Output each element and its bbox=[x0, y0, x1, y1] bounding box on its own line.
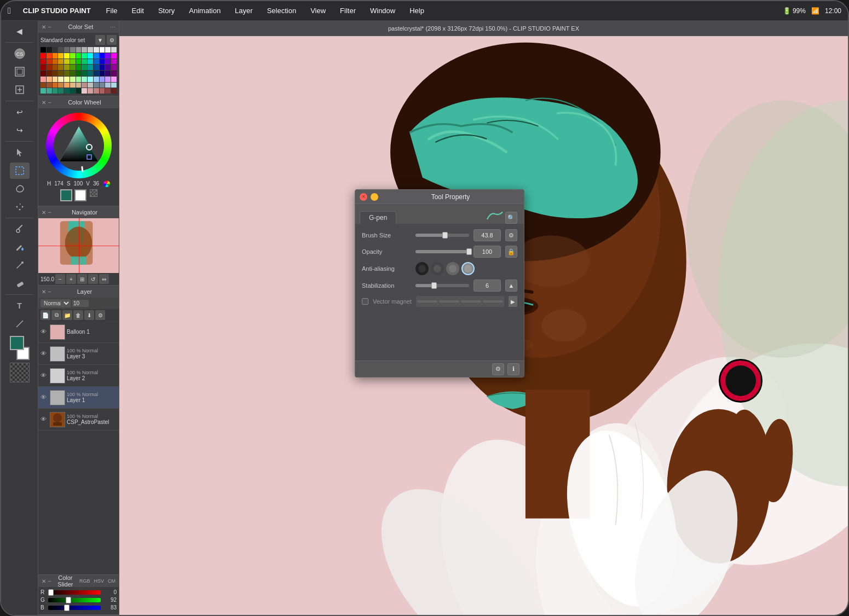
color-cell[interactable] bbox=[111, 65, 117, 70]
blue-slider-track[interactable] bbox=[48, 606, 101, 610]
color-cell[interactable] bbox=[53, 71, 58, 76]
color-cell[interactable] bbox=[41, 47, 46, 53]
color-cell[interactable] bbox=[76, 65, 82, 70]
color-cell[interactable] bbox=[111, 53, 117, 59]
rotate-button[interactable]: ↺ bbox=[88, 274, 98, 284]
color-cell[interactable] bbox=[94, 53, 99, 59]
fit-button[interactable]: ⊞ bbox=[77, 274, 87, 284]
color-cell[interactable] bbox=[105, 65, 111, 70]
color-cell[interactable] bbox=[53, 77, 58, 82]
color-cell[interactable] bbox=[105, 59, 111, 65]
layer-item-csp[interactable]: 👁 100 % Normal CSP_AstroPastel bbox=[38, 409, 119, 431]
color-cell[interactable] bbox=[64, 53, 70, 59]
color-cell[interactable] bbox=[47, 71, 52, 76]
fill-tool[interactable] bbox=[10, 239, 30, 255]
menu-edit[interactable]: Edit bbox=[130, 5, 146, 16]
color-cell[interactable] bbox=[70, 83, 76, 88]
color-cell[interactable] bbox=[94, 59, 99, 65]
navigator-thumbnail[interactable] bbox=[38, 218, 119, 273]
color-cell[interactable] bbox=[64, 88, 70, 94]
transparent-mini[interactable] bbox=[90, 189, 97, 197]
hue-circle-icon[interactable] bbox=[103, 181, 110, 187]
eraser-tool[interactable] bbox=[10, 275, 30, 292]
menu-file[interactable]: File bbox=[104, 5, 120, 16]
color-cell[interactable] bbox=[100, 83, 105, 88]
color-cell[interactable] bbox=[82, 53, 87, 59]
color-cell[interactable] bbox=[58, 65, 63, 70]
fg-swatch[interactable] bbox=[60, 189, 72, 201]
menu-view[interactable]: View bbox=[308, 5, 328, 16]
move-tool[interactable] bbox=[10, 199, 30, 215]
menu-window[interactable]: Window bbox=[368, 5, 397, 16]
aa-low[interactable] bbox=[431, 262, 444, 275]
color-cell[interactable] bbox=[70, 77, 76, 82]
zoom-in-button[interactable]: + bbox=[66, 274, 76, 284]
color-cell[interactable] bbox=[88, 65, 93, 70]
blue-slider-thumb[interactable] bbox=[64, 605, 70, 611]
color-cell[interactable] bbox=[76, 53, 82, 59]
layer-item-layer3[interactable]: 👁 100 % Normal Layer 3 bbox=[38, 343, 119, 365]
color-cell[interactable] bbox=[105, 47, 111, 53]
layer-folder-button[interactable]: 📁 bbox=[62, 310, 72, 320]
color-cell[interactable] bbox=[47, 47, 52, 53]
color-cell[interactable] bbox=[82, 77, 87, 82]
color-cell[interactable] bbox=[41, 53, 46, 59]
color-cell[interactable] bbox=[82, 88, 87, 94]
opacity-lock[interactable]: 🔒 bbox=[505, 246, 517, 258]
color-cell[interactable] bbox=[88, 88, 93, 94]
color-cell[interactable] bbox=[111, 59, 117, 65]
color-set-dropdown[interactable]: ▼ bbox=[95, 35, 105, 45]
color-cell[interactable] bbox=[82, 83, 87, 88]
pen-tool[interactable] bbox=[10, 257, 30, 274]
color-cell[interactable] bbox=[76, 77, 82, 82]
color-cell[interactable] bbox=[53, 53, 58, 59]
stabilization-up[interactable]: ▲ bbox=[505, 280, 517, 292]
tp-settings-button[interactable]: ⚙ bbox=[492, 363, 504, 375]
brush-size-thumb[interactable] bbox=[442, 232, 448, 239]
sv-triangle[interactable] bbox=[57, 124, 100, 167]
menu-selection[interactable]: Selection bbox=[265, 5, 298, 16]
color-cell[interactable] bbox=[47, 77, 52, 82]
layer-close[interactable]: ✕ bbox=[42, 289, 46, 295]
text-tool[interactable]: T bbox=[10, 298, 30, 314]
color-cell[interactable] bbox=[47, 83, 52, 88]
color-slider-close[interactable]: ✕ bbox=[42, 578, 46, 584]
color-cell[interactable] bbox=[105, 53, 111, 59]
color-cell[interactable] bbox=[41, 77, 46, 82]
color-cell[interactable] bbox=[53, 83, 58, 88]
tp-tab-gpen[interactable]: G-pen bbox=[360, 211, 396, 224]
color-cell[interactable] bbox=[94, 47, 99, 53]
color-cell[interactable] bbox=[76, 71, 82, 76]
color-cell[interactable] bbox=[58, 71, 63, 76]
new-document-button[interactable] bbox=[10, 82, 30, 98]
color-cell[interactable] bbox=[111, 88, 117, 94]
layer-visibility-balloon1[interactable]: 👁 bbox=[41, 328, 48, 336]
tp-search-button[interactable]: 🔍 bbox=[505, 212, 517, 224]
color-wheel-widget[interactable] bbox=[46, 113, 112, 178]
color-cell[interactable] bbox=[105, 71, 111, 76]
color-cell[interactable] bbox=[70, 71, 76, 76]
stabilization-value[interactable]: 6 bbox=[473, 280, 501, 292]
color-cell[interactable] bbox=[64, 83, 70, 88]
red-slider-track[interactable] bbox=[48, 590, 101, 595]
color-cell[interactable] bbox=[105, 88, 111, 94]
color-cell[interactable] bbox=[105, 83, 111, 88]
canvas-content[interactable]: ✕ Tool Property G-pen bbox=[119, 36, 848, 615]
color-cell[interactable] bbox=[94, 83, 99, 88]
color-cell[interactable] bbox=[76, 83, 82, 88]
aa-high[interactable] bbox=[461, 262, 475, 275]
aa-none[interactable] bbox=[415, 262, 429, 275]
menu-filter[interactable]: Filter bbox=[338, 5, 358, 16]
color-cell[interactable] bbox=[82, 47, 87, 53]
color-cell[interactable] bbox=[41, 88, 46, 94]
collapse-button[interactable]: ◀ bbox=[10, 23, 30, 39]
color-cell[interactable] bbox=[88, 83, 93, 88]
layer-settings-button[interactable]: ⚙ bbox=[95, 310, 105, 320]
foreground-color-swatch[interactable] bbox=[10, 336, 24, 350]
color-cell[interactable] bbox=[100, 77, 105, 82]
color-cell[interactable] bbox=[70, 47, 76, 53]
transparent-swatch[interactable] bbox=[10, 363, 30, 382]
color-cell[interactable] bbox=[58, 83, 63, 88]
color-cell[interactable] bbox=[58, 59, 63, 65]
flip-button[interactable]: ⇔ bbox=[99, 274, 109, 284]
